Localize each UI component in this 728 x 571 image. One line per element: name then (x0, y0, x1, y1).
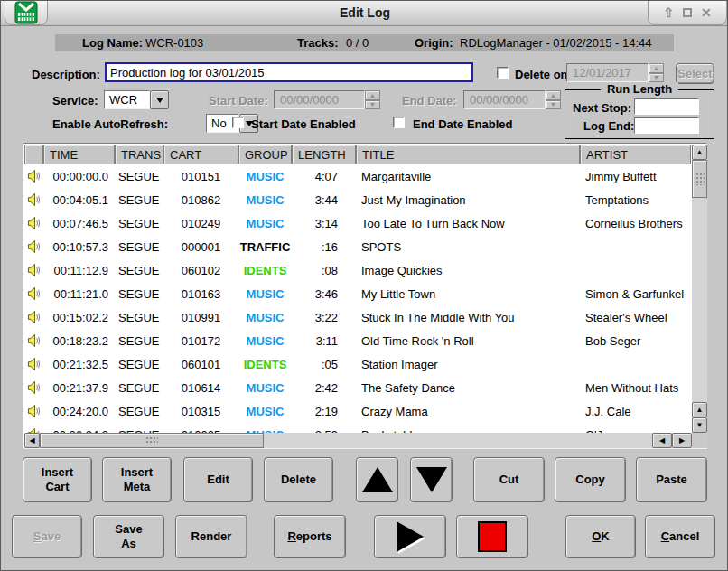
table-row[interactable]: 00:21:32.5SEGUE060101IDENTS:05Station Im… (24, 352, 691, 376)
column-header-artist[interactable]: ARTIST (580, 145, 691, 164)
table-row[interactable]: 00:24:20.0SEGUE010315MUSIC2:19Crazy Mama… (24, 399, 691, 423)
scroll-up-icon[interactable]: ▲ (692, 402, 707, 417)
cell-group: MUSIC (238, 376, 292, 399)
delete-on-date-spinner[interactable]: 12/01/2017 ▲ ▼ (566, 63, 664, 82)
column-header-length[interactable]: LENGTH (292, 145, 356, 164)
start-date-value: 00/00/0000 (274, 90, 365, 109)
cell-time: 00:24:20.0 (43, 399, 115, 423)
scroll-up-icon[interactable]: ▲ (692, 145, 707, 160)
end-date-spinner[interactable]: 00/00/0000 ▲ ▼ (463, 90, 561, 109)
table-row[interactable]: 00:21:37.9SEGUE010614MUSIC2:42The Safety… (24, 376, 691, 399)
stop-button[interactable] (456, 515, 528, 558)
log-end-label: Log End: (583, 119, 634, 133)
column-header-title[interactable]: TITLE (356, 145, 580, 164)
close-icon[interactable]: ✕ (701, 6, 712, 19)
origin-label: Origin: (415, 36, 453, 50)
shade-icon[interactable]: ⇧ (663, 6, 674, 19)
description-input[interactable] (105, 62, 473, 82)
cell-time: 00:21:37.9 (43, 376, 115, 399)
combo-arrow-icon[interactable] (150, 90, 169, 109)
play-button[interactable] (374, 515, 446, 558)
vertical-scrollbar[interactable]: ▲ ▲ ▼ (692, 145, 707, 433)
delete-button[interactable]: Delete (264, 457, 333, 502)
spin-down-icon[interactable]: ▼ (546, 100, 561, 110)
edit-button[interactable]: Edit (183, 457, 253, 502)
spin-up-icon[interactable]: ▲ (546, 90, 561, 100)
column-header-time[interactable]: TIME (43, 145, 115, 164)
cell-title: Old Time Rock 'n Roll (356, 329, 580, 352)
play-icon (397, 521, 424, 552)
horizontal-scroll-thumb[interactable] (40, 433, 264, 448)
table-row[interactable]: 00:11:21.0SEGUE010163MUSIC3:46My Little … (24, 282, 691, 305)
copy-button[interactable]: Copy (555, 457, 626, 502)
service-value: WCR (104, 90, 150, 109)
cell-cart: 060101 (163, 352, 238, 376)
cell-length: :16 (292, 235, 356, 258)
ok-button[interactable]: OK (565, 515, 636, 558)
scroll-left-icon[interactable]: ◀ (24, 433, 40, 448)
spin-down-icon[interactable]: ▼ (365, 100, 380, 110)
table-row[interactable]: 00:26:34.3SEGUE010005MUSIC2:59Backstabbe… (24, 423, 691, 433)
speaker-icon (27, 216, 41, 230)
reports-button[interactable]: Reports (274, 515, 346, 558)
cell-title: Margaritaville (356, 164, 580, 188)
spin-up-icon[interactable]: ▲ (365, 90, 380, 100)
speaker-icon (27, 333, 41, 348)
cell-group: MUSIC (238, 399, 292, 423)
column-header-cart[interactable]: CART (163, 145, 238, 164)
cell-artist (580, 258, 691, 282)
table-row[interactable]: 00:10:57.3SEGUE000001TRAFFIC:16SPOTS (24, 235, 691, 258)
insert-meta-button[interactable]: Insert Meta (102, 457, 172, 502)
table-row[interactable]: 00:15:02.2SEGUE010991MUSIC3:22Stuck In T… (24, 305, 691, 329)
column-header-trans[interactable]: TRANS (115, 145, 163, 164)
save-button[interactable]: Save (12, 515, 82, 558)
scroll-down-icon[interactable]: ▼ (692, 417, 707, 433)
cell-group: MUSIC (238, 164, 292, 188)
start-date-spinner[interactable]: 00/00/0000 ▲ ▼ (274, 90, 380, 109)
move-down-button[interactable] (410, 457, 453, 502)
cell-trans: SEGUE (115, 188, 163, 211)
end-date-label: End Date: (402, 94, 457, 108)
table-row[interactable]: 00:04:05.1SEGUE010862MUSIC3:44Just My Im… (24, 188, 691, 211)
cell-group: MUSIC (238, 329, 292, 352)
column-header-icon[interactable] (24, 145, 43, 164)
save-as-button[interactable]: Save As (93, 515, 164, 558)
cell-group: MUSIC (238, 188, 292, 211)
log-name-label: Log Name: (82, 36, 143, 50)
speaker-icon (27, 380, 41, 395)
maximize-icon[interactable] (683, 8, 692, 17)
cell-time: 00:07:46.5 (43, 211, 115, 235)
cancel-button[interactable]: Cancel (645, 515, 715, 558)
insert-cart-button[interactable]: Insert Cart (23, 457, 92, 502)
scroll-left-icon[interactable]: ◀ (652, 433, 672, 448)
table-row[interactable]: 00:07:46.5SEGUE010249MUSIC3:14Too Late T… (24, 211, 691, 235)
select-date-button[interactable]: Select (676, 63, 714, 84)
start-date-enabled-checkbox[interactable] (232, 117, 244, 128)
render-button[interactable]: Render (175, 515, 247, 558)
table-row[interactable]: 00:11:12.9SEGUE060102IDENTS:08Image Quic… (24, 258, 691, 282)
cell-length: 2:42 (292, 376, 356, 399)
service-combobox[interactable]: WCR (104, 90, 169, 109)
cell-time: 00:00:00.0 (43, 164, 115, 188)
title-bar: Edit Log ⇧ ✕ (1, 1, 728, 26)
cell-group: TRAFFIC (238, 235, 292, 258)
paste-button[interactable]: Paste (636, 457, 707, 502)
cell-time: 00:15:02.2 (43, 305, 115, 329)
end-date-enabled-checkbox[interactable] (393, 117, 405, 128)
spin-down-icon[interactable]: ▼ (649, 73, 664, 83)
cut-button[interactable]: Cut (473, 457, 545, 502)
horizontal-scrollbar[interactable]: ◀ ◀ ▶ (24, 433, 692, 448)
next-stop-field (634, 98, 699, 115)
scroll-right-icon[interactable]: ▶ (672, 433, 692, 448)
table-row[interactable]: 00:18:23.2SEGUE010172MUSIC3:11Old Time R… (24, 329, 691, 352)
delete-on-date-value: 12/01/2017 (566, 63, 649, 82)
move-up-button[interactable] (356, 457, 398, 502)
column-header-group[interactable]: GROUP (238, 145, 292, 164)
end-date-enabled-label: End Date Enabled (413, 117, 513, 131)
cell-length: 3:22 (292, 305, 356, 329)
spin-up-icon[interactable]: ▲ (649, 63, 664, 73)
vertical-scroll-thumb[interactable] (692, 160, 707, 198)
scrollbar-corner (692, 433, 707, 448)
delete-on-checkbox[interactable] (497, 67, 509, 79)
table-row[interactable]: 00:00:00.0SEGUE010151MUSIC4:07Margaritav… (24, 164, 691, 188)
